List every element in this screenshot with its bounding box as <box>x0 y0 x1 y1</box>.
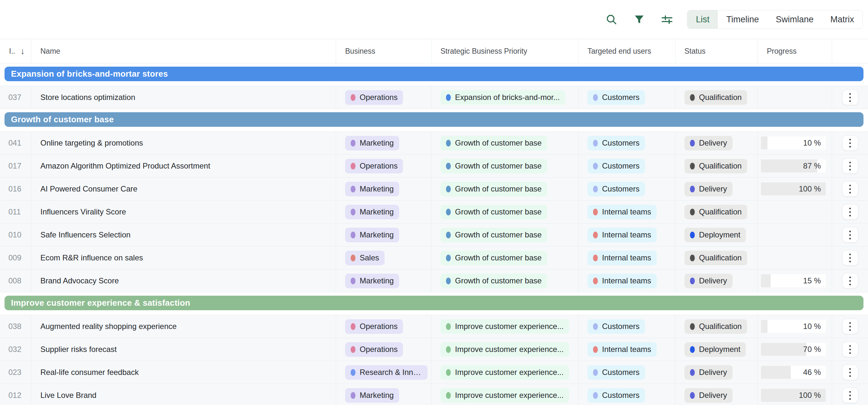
kebab-dot <box>849 188 851 190</box>
cell-name[interactable]: Influencers Virality Score <box>31 201 336 223</box>
business-label: Marketing <box>360 230 394 239</box>
filter-icon[interactable] <box>633 13 646 26</box>
row-menu-button[interactable] <box>842 387 858 403</box>
table-row[interactable]: 041 Online targeting & promotions Market… <box>0 132 868 155</box>
progress-value: 100 % <box>799 184 826 194</box>
column-header-business[interactable]: Business <box>336 39 431 63</box>
cell-name[interactable]: Brand Advocacy Score <box>31 269 336 292</box>
table-row[interactable]: 011 Influencers Virality Score Marketing… <box>0 201 868 224</box>
column-header-status[interactable]: Status <box>675 39 758 63</box>
row-menu-button[interactable] <box>842 319 858 334</box>
business-dot-icon <box>351 369 355 376</box>
cell-status: Deployment <box>675 224 758 246</box>
cell-name[interactable]: Safe Influencers Selection <box>31 224 336 246</box>
column-header-id[interactable]: I.. ↓ <box>0 39 31 63</box>
cell-priority: Growth of customer base <box>431 269 579 292</box>
column-header-name[interactable]: Name <box>31 39 336 63</box>
row-menu-button[interactable] <box>842 158 858 174</box>
business-label: Operations <box>360 162 398 171</box>
row-id: 012 <box>8 391 21 400</box>
tab-swimlane[interactable]: Swimlane <box>767 10 822 28</box>
cell-actions <box>832 269 868 292</box>
table-row[interactable]: 016 AI Powered Consumer Care Marketing G… <box>0 178 868 201</box>
kebab-dot <box>849 368 851 370</box>
cell-name[interactable]: Live Love Brand <box>31 384 336 405</box>
row-name: Brand Advocacy Score <box>40 276 119 285</box>
cell-actions <box>832 132 868 154</box>
kebab-dot <box>849 329 851 331</box>
progress-bar: 100 % <box>761 182 826 195</box>
cell-name[interactable]: Amazon Algorithm Optimized Product Assor… <box>31 155 336 177</box>
priority-label: Growth of customer base <box>455 162 541 171</box>
cell-actions <box>832 384 868 405</box>
row-id: 016 <box>8 184 21 194</box>
group-rows: 037 Store locations optimization Operati… <box>0 86 868 109</box>
business-dot-icon <box>351 94 355 101</box>
cell-name[interactable]: Real-life consumer feedback <box>31 361 336 384</box>
row-name: Store locations optimization <box>40 93 135 102</box>
progress-value: 46 % <box>803 368 826 377</box>
cell-name[interactable]: AI Powered Consumer Care <box>31 178 336 200</box>
progress-bar: 100 % <box>761 389 826 402</box>
row-menu-button[interactable] <box>842 90 858 105</box>
targeted-badge: Internal teams <box>588 251 657 265</box>
cell-name[interactable]: Augmented reality shopping experience <box>31 315 336 338</box>
business-dot-icon <box>351 163 355 170</box>
row-name: Online targeting & promotions <box>40 139 143 147</box>
group-header-bar[interactable]: Growth of customer base <box>4 112 864 127</box>
business-badge: Sales <box>345 251 384 265</box>
table-row[interactable]: 037 Store locations optimization Operati… <box>0 86 868 109</box>
row-menu-button[interactable] <box>842 181 858 197</box>
business-dot-icon <box>351 392 355 399</box>
adjustments-icon[interactable] <box>660 13 674 26</box>
cell-targeted: Customers <box>579 86 675 109</box>
cell-name[interactable]: Supplier risks forecast <box>31 338 336 361</box>
progress-value: 10 % <box>803 322 826 331</box>
search-icon[interactable] <box>605 13 618 26</box>
cell-progress <box>758 86 832 109</box>
column-header-actions <box>832 39 868 63</box>
table-row[interactable]: 023 Real-life consumer feedback Research… <box>0 361 868 384</box>
row-menu-button[interactable] <box>842 273 858 289</box>
cell-name[interactable]: Store locations optimization <box>31 86 336 109</box>
priority-label: Growth of customer base <box>455 139 541 147</box>
table-row[interactable]: 009 Ecom R&R influence on sales Sales Gr… <box>0 247 868 269</box>
cell-priority: Growth of customer base <box>431 132 579 154</box>
targeted-dot-icon <box>593 369 598 376</box>
priority-label: Improve customer experience... <box>455 345 564 354</box>
cell-id: 016 <box>0 178 31 200</box>
table-row[interactable]: 010 Safe Influencers Selection Marketing… <box>0 224 868 247</box>
column-header-targeted[interactable]: Targeted end users <box>579 39 675 63</box>
group-header-bar[interactable]: Expansion of bricks-and-mortar stores <box>4 67 864 81</box>
column-header-priority[interactable]: Strategic Business Priority <box>431 39 579 63</box>
cell-progress: 100 % <box>758 384 832 405</box>
status-label: Delivery <box>699 139 727 147</box>
status-dot-icon <box>690 94 695 101</box>
cell-name[interactable]: Online targeting & promotions <box>31 132 336 154</box>
tab-timeline[interactable]: Timeline <box>718 10 767 28</box>
status-dot-icon <box>690 369 695 376</box>
tab-matrix[interactable]: Matrix <box>822 10 863 28</box>
status-label: Qualification <box>699 162 742 171</box>
row-menu-button[interactable] <box>842 250 858 266</box>
sort-desc-icon[interactable]: ↓ <box>20 46 25 56</box>
row-menu-button[interactable] <box>842 365 858 380</box>
column-header-progress[interactable]: Progress <box>758 39 832 63</box>
table-row[interactable]: 032 Supplier risks forecast Operations I… <box>0 338 868 361</box>
row-menu-button[interactable] <box>842 204 858 220</box>
tab-list[interactable]: List <box>687 10 718 28</box>
cell-name[interactable]: Ecom R&R influence on sales <box>31 247 336 269</box>
table-row[interactable]: 012 Live Love Brand Marketing Improve cu… <box>0 384 868 405</box>
progress-bar: 10 % <box>761 320 826 333</box>
table-row[interactable]: 038 Augmented reality shopping experienc… <box>0 315 868 338</box>
table-row[interactable]: 008 Brand Advocacy Score Marketing Growt… <box>0 269 868 292</box>
row-id: 038 <box>8 322 21 331</box>
row-menu-button[interactable] <box>842 135 858 151</box>
kebab-dot <box>849 100 851 102</box>
cell-id: 009 <box>0 247 31 269</box>
group-header-bar[interactable]: Improve customer experience & satisfacti… <box>4 296 864 310</box>
business-badge: Operations <box>345 319 403 334</box>
table-row[interactable]: 017 Amazon Algorithm Optimized Product A… <box>0 155 868 178</box>
row-menu-button[interactable] <box>842 342 858 357</box>
row-menu-button[interactable] <box>842 227 858 242</box>
